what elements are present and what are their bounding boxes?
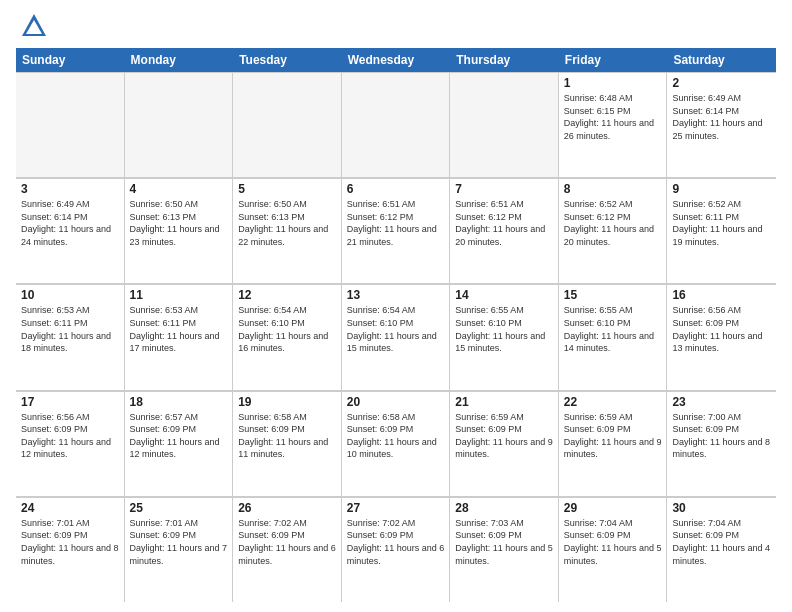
calendar-cell: 14Sunrise: 6:55 AM Sunset: 6:10 PM Dayli… [450, 284, 559, 389]
day-info: Sunrise: 6:56 AM Sunset: 6:09 PM Dayligh… [672, 304, 771, 354]
day-number: 29 [564, 501, 662, 515]
day-number: 16 [672, 288, 771, 302]
day-info: Sunrise: 6:55 AM Sunset: 6:10 PM Dayligh… [455, 304, 553, 354]
calendar-cell: 24Sunrise: 7:01 AM Sunset: 6:09 PM Dayli… [16, 497, 125, 602]
calendar-cell [450, 72, 559, 177]
day-info: Sunrise: 6:57 AM Sunset: 6:09 PM Dayligh… [130, 411, 228, 461]
day-info: Sunrise: 6:50 AM Sunset: 6:13 PM Dayligh… [238, 198, 336, 248]
day-info: Sunrise: 6:53 AM Sunset: 6:11 PM Dayligh… [21, 304, 119, 354]
day-number: 17 [21, 395, 119, 409]
day-info: Sunrise: 7:04 AM Sunset: 6:09 PM Dayligh… [564, 517, 662, 567]
day-number: 14 [455, 288, 553, 302]
calendar-cell: 1Sunrise: 6:48 AM Sunset: 6:15 PM Daylig… [559, 72, 668, 177]
day-number: 9 [672, 182, 771, 196]
header-day-wednesday: Wednesday [342, 48, 451, 72]
calendar: SundayMondayTuesdayWednesdayThursdayFrid… [16, 48, 776, 602]
day-number: 15 [564, 288, 662, 302]
day-info: Sunrise: 6:59 AM Sunset: 6:09 PM Dayligh… [455, 411, 553, 461]
day-info: Sunrise: 6:54 AM Sunset: 6:10 PM Dayligh… [347, 304, 445, 354]
calendar-cell: 5Sunrise: 6:50 AM Sunset: 6:13 PM Daylig… [233, 178, 342, 283]
calendar-row-4: 24Sunrise: 7:01 AM Sunset: 6:09 PM Dayli… [16, 497, 776, 602]
day-info: Sunrise: 6:50 AM Sunset: 6:13 PM Dayligh… [130, 198, 228, 248]
calendar-cell [342, 72, 451, 177]
day-info: Sunrise: 6:48 AM Sunset: 6:15 PM Dayligh… [564, 92, 662, 142]
day-number: 22 [564, 395, 662, 409]
day-info: Sunrise: 6:53 AM Sunset: 6:11 PM Dayligh… [130, 304, 228, 354]
calendar-cell: 8Sunrise: 6:52 AM Sunset: 6:12 PM Daylig… [559, 178, 668, 283]
calendar-header: SundayMondayTuesdayWednesdayThursdayFrid… [16, 48, 776, 72]
day-info: Sunrise: 7:00 AM Sunset: 6:09 PM Dayligh… [672, 411, 771, 461]
header-day-sunday: Sunday [16, 48, 125, 72]
calendar-cell: 4Sunrise: 6:50 AM Sunset: 6:13 PM Daylig… [125, 178, 234, 283]
day-number: 2 [672, 76, 771, 90]
day-info: Sunrise: 7:01 AM Sunset: 6:09 PM Dayligh… [21, 517, 119, 567]
calendar-cell: 15Sunrise: 6:55 AM Sunset: 6:10 PM Dayli… [559, 284, 668, 389]
header-day-friday: Friday [559, 48, 668, 72]
day-number: 24 [21, 501, 119, 515]
day-info: Sunrise: 6:58 AM Sunset: 6:09 PM Dayligh… [347, 411, 445, 461]
calendar-cell: 25Sunrise: 7:01 AM Sunset: 6:09 PM Dayli… [125, 497, 234, 602]
day-info: Sunrise: 6:52 AM Sunset: 6:11 PM Dayligh… [672, 198, 771, 248]
calendar-row-0: 1Sunrise: 6:48 AM Sunset: 6:15 PM Daylig… [16, 72, 776, 178]
calendar-cell: 11Sunrise: 6:53 AM Sunset: 6:11 PM Dayli… [125, 284, 234, 389]
calendar-cell: 12Sunrise: 6:54 AM Sunset: 6:10 PM Dayli… [233, 284, 342, 389]
day-number: 30 [672, 501, 771, 515]
page: SundayMondayTuesdayWednesdayThursdayFrid… [0, 0, 792, 612]
header-day-thursday: Thursday [450, 48, 559, 72]
calendar-cell: 20Sunrise: 6:58 AM Sunset: 6:09 PM Dayli… [342, 391, 451, 496]
header-day-saturday: Saturday [667, 48, 776, 72]
calendar-cell: 16Sunrise: 6:56 AM Sunset: 6:09 PM Dayli… [667, 284, 776, 389]
calendar-cell [16, 72, 125, 177]
day-info: Sunrise: 6:51 AM Sunset: 6:12 PM Dayligh… [347, 198, 445, 248]
day-info: Sunrise: 6:52 AM Sunset: 6:12 PM Dayligh… [564, 198, 662, 248]
day-info: Sunrise: 7:02 AM Sunset: 6:09 PM Dayligh… [238, 517, 336, 567]
day-number: 6 [347, 182, 445, 196]
day-number: 23 [672, 395, 771, 409]
day-number: 19 [238, 395, 336, 409]
calendar-cell [233, 72, 342, 177]
calendar-cell: 27Sunrise: 7:02 AM Sunset: 6:09 PM Dayli… [342, 497, 451, 602]
day-info: Sunrise: 7:01 AM Sunset: 6:09 PM Dayligh… [130, 517, 228, 567]
header-day-monday: Monday [125, 48, 234, 72]
day-number: 28 [455, 501, 553, 515]
calendar-cell: 29Sunrise: 7:04 AM Sunset: 6:09 PM Dayli… [559, 497, 668, 602]
calendar-cell: 2Sunrise: 6:49 AM Sunset: 6:14 PM Daylig… [667, 72, 776, 177]
calendar-cell: 19Sunrise: 6:58 AM Sunset: 6:09 PM Dayli… [233, 391, 342, 496]
calendar-cell: 6Sunrise: 6:51 AM Sunset: 6:12 PM Daylig… [342, 178, 451, 283]
logo-icon [20, 12, 48, 40]
calendar-cell: 22Sunrise: 6:59 AM Sunset: 6:09 PM Dayli… [559, 391, 668, 496]
calendar-cell: 26Sunrise: 7:02 AM Sunset: 6:09 PM Dayli… [233, 497, 342, 602]
calendar-row-2: 10Sunrise: 6:53 AM Sunset: 6:11 PM Dayli… [16, 284, 776, 390]
calendar-row-3: 17Sunrise: 6:56 AM Sunset: 6:09 PM Dayli… [16, 391, 776, 497]
day-number: 10 [21, 288, 119, 302]
calendar-cell: 10Sunrise: 6:53 AM Sunset: 6:11 PM Dayli… [16, 284, 125, 389]
header-day-tuesday: Tuesday [233, 48, 342, 72]
calendar-cell: 28Sunrise: 7:03 AM Sunset: 6:09 PM Dayli… [450, 497, 559, 602]
logo [16, 16, 48, 40]
calendar-cell: 7Sunrise: 6:51 AM Sunset: 6:12 PM Daylig… [450, 178, 559, 283]
day-info: Sunrise: 7:02 AM Sunset: 6:09 PM Dayligh… [347, 517, 445, 567]
day-info: Sunrise: 6:49 AM Sunset: 6:14 PM Dayligh… [21, 198, 119, 248]
day-number: 12 [238, 288, 336, 302]
calendar-cell [125, 72, 234, 177]
day-number: 21 [455, 395, 553, 409]
calendar-cell: 21Sunrise: 6:59 AM Sunset: 6:09 PM Dayli… [450, 391, 559, 496]
day-number: 18 [130, 395, 228, 409]
day-number: 13 [347, 288, 445, 302]
day-number: 20 [347, 395, 445, 409]
day-number: 5 [238, 182, 336, 196]
calendar-cell: 30Sunrise: 7:04 AM Sunset: 6:09 PM Dayli… [667, 497, 776, 602]
day-number: 27 [347, 501, 445, 515]
day-number: 26 [238, 501, 336, 515]
day-number: 1 [564, 76, 662, 90]
calendar-cell: 3Sunrise: 6:49 AM Sunset: 6:14 PM Daylig… [16, 178, 125, 283]
day-number: 3 [21, 182, 119, 196]
calendar-row-1: 3Sunrise: 6:49 AM Sunset: 6:14 PM Daylig… [16, 178, 776, 284]
day-info: Sunrise: 6:59 AM Sunset: 6:09 PM Dayligh… [564, 411, 662, 461]
day-info: Sunrise: 6:54 AM Sunset: 6:10 PM Dayligh… [238, 304, 336, 354]
header [16, 12, 776, 40]
day-number: 11 [130, 288, 228, 302]
day-info: Sunrise: 6:51 AM Sunset: 6:12 PM Dayligh… [455, 198, 553, 248]
calendar-cell: 13Sunrise: 6:54 AM Sunset: 6:10 PM Dayli… [342, 284, 451, 389]
day-info: Sunrise: 6:49 AM Sunset: 6:14 PM Dayligh… [672, 92, 771, 142]
